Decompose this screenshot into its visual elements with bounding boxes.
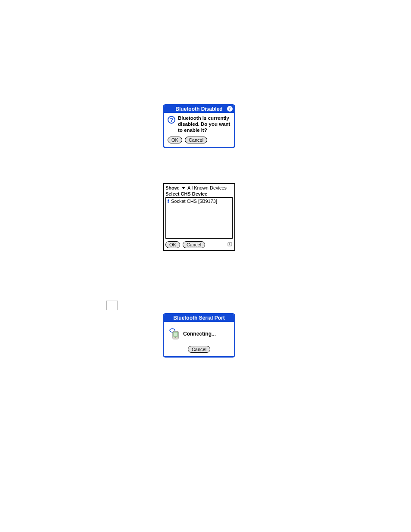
dialog-titlebar: Bluetooth Disabled i	[164, 106, 234, 113]
dialog-titlebar: Bluetooth Serial Port	[164, 314, 234, 322]
dialog-title: Bluetooth Disabled	[175, 106, 222, 112]
svg-point-4	[174, 337, 174, 338]
svg-point-6	[177, 337, 177, 338]
cancel-button[interactable]: Cancel	[188, 346, 210, 353]
ok-button-label: OK	[169, 242, 176, 248]
select-device-panel: Show: All Known Devices Select CHS Devic…	[163, 183, 235, 251]
ok-button[interactable]: OK	[165, 241, 180, 248]
cancel-button-label: Cancel	[187, 242, 201, 248]
cancel-button-label: Cancel	[192, 346, 206, 352]
device-listbox[interactable]: Socket CHS [5B9173]	[165, 197, 233, 239]
empty-box	[106, 301, 118, 310]
cancel-button-label: Cancel	[189, 137, 203, 143]
dialog-body: Connecting... Cancel	[164, 322, 234, 356]
ok-button-label: OK	[171, 137, 178, 143]
bluetooth-serial-port-dialog: Bluetooth Serial Port Connecting... Canc…	[163, 313, 235, 358]
connecting-status: Connecting...	[183, 331, 216, 337]
dialog-body: ? Bluetooth is currently disabled. Do yo…	[164, 113, 234, 147]
svg-point-5	[175, 337, 176, 338]
select-heading: Select CHS Device	[165, 191, 233, 197]
chevron-down-icon[interactable]	[182, 187, 185, 189]
bluetooth-icon	[167, 199, 170, 203]
show-value[interactable]: All Known Devices	[187, 185, 227, 190]
cancel-button[interactable]: Cancel	[183, 241, 205, 248]
write-area-icon[interactable]	[227, 242, 233, 248]
question-icon: ?	[168, 116, 175, 124]
ok-button[interactable]: OK	[168, 137, 182, 143]
dialog-title: Bluetooth Serial Port	[173, 315, 224, 321]
list-item[interactable]: Socket CHS [5B9173]	[167, 199, 231, 204]
device-name: Socket CHS [5B9173]	[171, 199, 217, 204]
svg-rect-3	[174, 332, 177, 336]
pda-connecting-icon	[169, 328, 180, 340]
show-filter-row: Show: All Known Devices	[165, 185, 233, 191]
dialog-message: Bluetooth is currently disabled. Do you …	[178, 115, 230, 133]
show-label: Show:	[165, 185, 180, 190]
info-icon[interactable]: i	[227, 106, 233, 112]
bluetooth-disabled-dialog: Bluetooth Disabled i ? Bluetooth is curr…	[163, 104, 235, 148]
cancel-button[interactable]: Cancel	[185, 137, 207, 143]
